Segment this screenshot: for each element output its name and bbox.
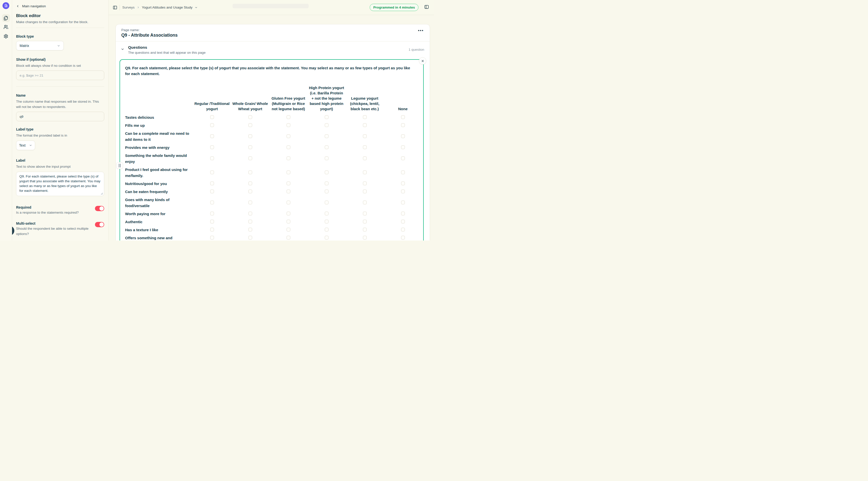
- matrix-checkbox[interactable]: [286, 228, 290, 231]
- matrix-checkbox[interactable]: [286, 220, 290, 223]
- matrix-checkbox[interactable]: [325, 200, 329, 204]
- matrix-checkbox[interactable]: [248, 182, 252, 185]
- matrix-checkbox[interactable]: [363, 212, 367, 215]
- multi-select-toggle[interactable]: [95, 222, 104, 227]
- matrix-checkbox[interactable]: [401, 170, 405, 174]
- matrix-checkbox[interactable]: [286, 182, 290, 185]
- matrix-checkbox[interactable]: [248, 170, 252, 174]
- matrix-checkbox[interactable]: [248, 220, 252, 223]
- collapse-questions-button[interactable]: [121, 47, 124, 51]
- matrix-checkbox[interactable]: [325, 220, 329, 223]
- breadcrumb-current-survey[interactable]: Yogurt Attitudes and Usage Study: [142, 5, 192, 9]
- matrix-checkbox[interactable]: [363, 170, 367, 174]
- matrix-checkbox[interactable]: [210, 200, 214, 204]
- matrix-checkbox[interactable]: [286, 134, 290, 138]
- matrix-checkbox[interactable]: [401, 123, 405, 127]
- matrix-checkbox[interactable]: [401, 220, 405, 223]
- matrix-checkbox[interactable]: [286, 200, 290, 204]
- matrix-checkbox[interactable]: [363, 115, 367, 119]
- matrix-checkbox[interactable]: [210, 123, 214, 127]
- matrix-checkbox[interactable]: [401, 182, 405, 185]
- matrix-checkbox[interactable]: [248, 146, 252, 149]
- matrix-checkbox[interactable]: [325, 190, 329, 193]
- matrix-checkbox[interactable]: [325, 134, 329, 138]
- matrix-checkbox[interactable]: [401, 156, 405, 160]
- matrix-checkbox[interactable]: [363, 134, 367, 138]
- matrix-checkbox[interactable]: [401, 200, 405, 204]
- matrix-checkbox[interactable]: [248, 228, 252, 231]
- remove-question-button[interactable]: [419, 57, 426, 65]
- chevron-down-icon[interactable]: [195, 6, 198, 9]
- org-logo[interactable]: [2, 2, 9, 9]
- matrix-checkbox[interactable]: [401, 134, 405, 138]
- matrix-checkbox[interactable]: [363, 123, 367, 127]
- name-input[interactable]: [16, 112, 104, 121]
- matrix-checkbox[interactable]: [210, 212, 214, 215]
- matrix-checkbox[interactable]: [325, 228, 329, 231]
- rail-item-pages[interactable]: [2, 14, 10, 22]
- matrix-checkbox[interactable]: [401, 190, 405, 193]
- matrix-checkbox[interactable]: [286, 190, 290, 193]
- matrix-checkbox[interactable]: [286, 123, 290, 127]
- matrix-checkbox[interactable]: [248, 212, 252, 215]
- matrix-checkbox[interactable]: [363, 200, 367, 204]
- matrix-checkbox[interactable]: [401, 115, 405, 119]
- matrix-checkbox[interactable]: [210, 220, 214, 223]
- matrix-checkbox[interactable]: [286, 212, 290, 215]
- toggle-left-panel-button[interactable]: [112, 4, 118, 10]
- matrix-checkbox[interactable]: [248, 123, 252, 127]
- matrix-checkbox[interactable]: [210, 190, 214, 193]
- matrix-checkbox[interactable]: [325, 212, 329, 215]
- question-block[interactable]: Q9. For each statement, please select th…: [120, 59, 424, 241]
- matrix-checkbox[interactable]: [248, 156, 252, 160]
- matrix-checkbox[interactable]: [248, 115, 252, 119]
- matrix-checkbox[interactable]: [401, 146, 405, 149]
- rail-item-settings[interactable]: [2, 32, 10, 40]
- matrix-checkbox[interactable]: [325, 236, 329, 239]
- matrix-checkbox[interactable]: [210, 228, 214, 231]
- matrix-checkbox[interactable]: [286, 236, 290, 239]
- drag-handle[interactable]: [116, 162, 123, 169]
- matrix-checkbox[interactable]: [363, 228, 367, 231]
- back-to-main-navigation[interactable]: Main navigation: [16, 0, 104, 8]
- matrix-checkbox[interactable]: [210, 156, 214, 160]
- matrix-checkbox[interactable]: [401, 228, 405, 231]
- page-menu-button[interactable]: •••: [418, 28, 424, 33]
- matrix-checkbox[interactable]: [286, 146, 290, 149]
- matrix-checkbox[interactable]: [363, 156, 367, 160]
- matrix-checkbox[interactable]: [210, 115, 214, 119]
- matrix-checkbox[interactable]: [325, 156, 329, 160]
- matrix-checkbox[interactable]: [363, 146, 367, 149]
- matrix-checkbox[interactable]: [363, 220, 367, 223]
- matrix-checkbox[interactable]: [210, 170, 214, 174]
- matrix-checkbox[interactable]: [363, 182, 367, 185]
- matrix-checkbox[interactable]: [210, 182, 214, 185]
- matrix-checkbox[interactable]: [325, 182, 329, 185]
- toggle-right-panel-button[interactable]: [424, 4, 429, 9]
- matrix-checkbox[interactable]: [248, 236, 252, 239]
- matrix-checkbox[interactable]: [363, 236, 367, 239]
- matrix-checkbox[interactable]: [248, 200, 252, 204]
- matrix-checkbox[interactable]: [210, 236, 214, 239]
- matrix-checkbox[interactable]: [286, 156, 290, 160]
- block-type-select[interactable]: Matrix: [16, 41, 64, 51]
- matrix-checkbox[interactable]: [248, 134, 252, 138]
- matrix-checkbox[interactable]: [401, 212, 405, 215]
- show-if-input[interactable]: [16, 70, 104, 80]
- matrix-checkbox[interactable]: [363, 190, 367, 193]
- matrix-checkbox[interactable]: [210, 146, 214, 149]
- matrix-checkbox[interactable]: [325, 146, 329, 149]
- rail-item-users[interactable]: [2, 23, 10, 31]
- breadcrumb-surveys[interactable]: Surveys: [122, 5, 135, 9]
- matrix-checkbox[interactable]: [286, 170, 290, 174]
- matrix-checkbox[interactable]: [286, 115, 290, 119]
- required-toggle[interactable]: [95, 206, 104, 211]
- matrix-checkbox[interactable]: [248, 190, 252, 193]
- matrix-checkbox[interactable]: [325, 123, 329, 127]
- label-type-select[interactable]: Text: [16, 140, 35, 150]
- matrix-checkbox[interactable]: [401, 236, 405, 239]
- matrix-checkbox[interactable]: [325, 115, 329, 119]
- label-textarea[interactable]: Q9. For each statement, please select th…: [16, 172, 104, 196]
- matrix-checkbox[interactable]: [325, 170, 329, 174]
- matrix-checkbox[interactable]: [210, 134, 214, 138]
